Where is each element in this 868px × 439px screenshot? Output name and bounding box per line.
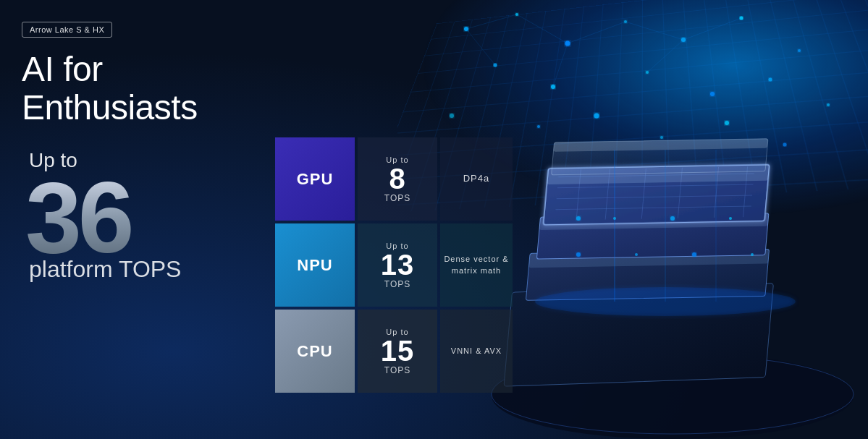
svg-point-56 [729, 217, 732, 220]
npu-label-card: NPU [275, 223, 355, 307]
npu-tops-card: Up to 13 TOPS [358, 223, 437, 307]
svg-point-58 [635, 253, 638, 256]
platform-tops-label: platform TOPS [29, 256, 282, 283]
gpu-tops-card: Up to 8 TOPS [358, 137, 437, 221]
gpu-label: GPU [297, 170, 334, 189]
cpu-tops-number: 15 [381, 336, 415, 365]
gpu-tops-number: 8 [389, 164, 405, 193]
npu-tops-label: TOPS [384, 279, 410, 289]
cpu-row: CPU Up to 15 TOPS VNNI & AVX [275, 310, 513, 393]
npu-desc-card: Dense vector & matrix math [440, 223, 513, 307]
gpu-desc: DP4a [463, 172, 490, 185]
headline: AI for Enthusiasts [22, 51, 282, 127]
svg-point-57 [576, 252, 581, 257]
cards-area: GPU Up to 8 TOPS DP4a NPU Up to 13 TOPS … [275, 137, 513, 393]
cpu-label-card: CPU [275, 310, 355, 393]
svg-point-59 [692, 252, 696, 257]
cpu-desc: VNNI & AVX [451, 346, 502, 357]
gpu-row: GPU Up to 8 TOPS DP4a [275, 137, 513, 221]
gpu-desc-card: DP4a [440, 137, 513, 221]
upto-section: Up to 36 platform TOPS [22, 149, 282, 283]
tops-number: 36 [25, 172, 282, 263]
gpu-tops-label: TOPS [384, 193, 410, 203]
chip-svg [470, 114, 868, 439]
cpu-desc-card: VNNI & AVX [440, 310, 513, 393]
product-badge: Arrow Lake S & HX [22, 22, 112, 38]
cpu-tops-card: Up to 15 TOPS [358, 310, 437, 393]
svg-point-54 [613, 217, 616, 220]
npu-tops-number: 13 [381, 250, 415, 279]
svg-point-52 [535, 287, 796, 316]
npu-desc: Dense vector & matrix math [440, 254, 513, 276]
cpu-tops-label: TOPS [384, 365, 410, 375]
npu-label: NPU [297, 256, 332, 275]
left-content: Arrow Lake S & HX AI for Enthusiasts Up … [0, 0, 304, 439]
gpu-label-card: GPU [275, 137, 355, 221]
svg-point-55 [670, 216, 675, 221]
cpu-label: CPU [297, 342, 332, 361]
npu-row: NPU Up to 13 TOPS Dense vector & matrix … [275, 223, 513, 307]
svg-point-60 [751, 253, 754, 256]
svg-point-53 [576, 216, 581, 221]
